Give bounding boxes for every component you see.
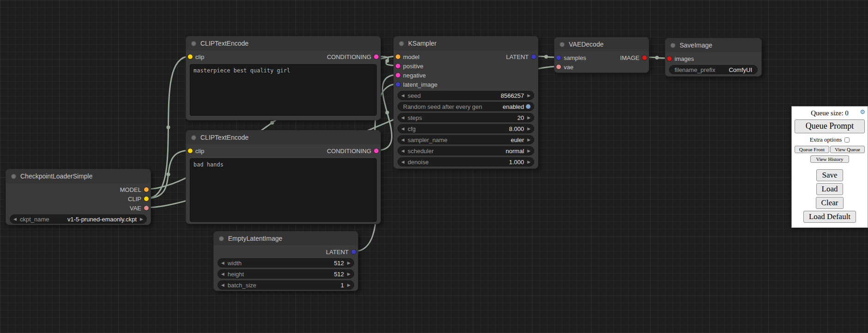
- increment-arrow-icon[interactable]: ▶: [527, 127, 530, 131]
- increment-arrow-icon[interactable]: ▶: [347, 272, 350, 276]
- node-header[interactable]: SaveImage: [665, 38, 761, 52]
- node-vae-decode[interactable]: VAEDecode samples IMAGE vae: [554, 37, 649, 73]
- clip-input-port[interactable]: [188, 54, 193, 59]
- node-clip-text-encode-positive[interactable]: CLIPTextEncode clip CONDITIONING masterp…: [186, 36, 381, 120]
- increment-arrow-icon[interactable]: ▶: [527, 149, 530, 153]
- images-input-port[interactable]: [667, 56, 672, 61]
- seed-number-widget[interactable]: ◀ seed 8566257 ▶: [398, 91, 534, 100]
- collapse-dot-icon[interactable]: [191, 41, 196, 46]
- node-checkpoint-loader-simple[interactable]: CheckpointLoaderSimple MODEL CLIP VAE ◀ …: [6, 169, 151, 225]
- node-header[interactable]: KSampler: [394, 36, 538, 50]
- increment-arrow-icon[interactable]: ▶: [527, 160, 530, 164]
- node-ksampler[interactable]: KSampler model LATENT positive negative …: [393, 36, 538, 169]
- clip-input-port[interactable]: [188, 149, 193, 153]
- port-row: positive: [394, 61, 538, 71]
- node-header[interactable]: CheckpointLoaderSimple: [6, 169, 151, 183]
- queue-front-button[interactable]: Queue Front: [795, 146, 829, 153]
- widget-label: sampler_name: [408, 137, 447, 143]
- queue-prompt-button[interactable]: Queue Prompt: [795, 119, 865, 133]
- port-label: CLIP: [128, 196, 141, 202]
- increment-arrow-icon[interactable]: ▶: [140, 217, 143, 221]
- load-default-button[interactable]: Load Default: [803, 211, 856, 223]
- vae-input-port[interactable]: [556, 65, 561, 69]
- width-number-widget[interactable]: ◀ width 512 ▶: [217, 258, 354, 268]
- increment-arrow-icon[interactable]: ▶: [347, 261, 350, 265]
- denoise-number-widget[interactable]: ◀ denoise 1.000 ▶: [398, 157, 534, 166]
- port-row: samples IMAGE: [555, 53, 649, 62]
- decrement-arrow-icon[interactable]: ◀: [401, 94, 404, 98]
- node-header[interactable]: EmptyLatentImage: [214, 232, 358, 245]
- latent-output-port[interactable]: [351, 250, 356, 254]
- port-label: CONDITIONING: [327, 148, 371, 155]
- vae-output-port[interactable]: [144, 206, 149, 210]
- positive-prompt-textarea[interactable]: masterpiece best quality girl: [190, 64, 377, 116]
- negative-input-port[interactable]: [396, 73, 400, 77]
- sampler-name-combo-widget[interactable]: ◀ sampler_name euler ▶: [398, 135, 534, 144]
- decrement-arrow-icon[interactable]: ◀: [401, 149, 404, 153]
- increment-arrow-icon[interactable]: ▶: [527, 138, 530, 142]
- decrement-arrow-icon[interactable]: ◀: [221, 261, 224, 265]
- cfg-number-widget[interactable]: ◀ cfg 8.000 ▶: [398, 124, 534, 133]
- conditioning-output-port[interactable]: [374, 54, 379, 59]
- settings-gear-icon[interactable]: ⚙: [860, 109, 865, 115]
- widget-value: 512: [334, 260, 344, 267]
- model-output-port[interactable]: [144, 187, 149, 192]
- node-save-image[interactable]: SaveImage images filename_prefix ComfyUI: [665, 38, 762, 77]
- load-button[interactable]: Load: [816, 183, 844, 195]
- port-row: model LATENT: [394, 52, 538, 61]
- negative-prompt-textarea[interactable]: bad hands: [190, 158, 377, 222]
- positive-input-port[interactable]: [396, 64, 400, 68]
- increment-arrow-icon[interactable]: ▶: [527, 94, 530, 98]
- latent-image-input-port[interactable]: [396, 82, 400, 87]
- view-history-button[interactable]: View History: [810, 155, 850, 163]
- collapse-dot-icon[interactable]: [11, 174, 16, 179]
- collapse-dot-icon[interactable]: [219, 236, 224, 241]
- conditioning-output-port[interactable]: [374, 149, 379, 153]
- image-output-port[interactable]: [642, 55, 647, 60]
- decrement-arrow-icon[interactable]: ◀: [401, 160, 404, 164]
- increment-arrow-icon[interactable]: ▶: [527, 116, 530, 120]
- random-seed-toggle-widget[interactable]: Random seed after every gen enabled: [398, 102, 534, 111]
- node-title: CLIPTextEncode: [200, 134, 248, 141]
- widget-value: normal: [506, 148, 524, 155]
- node-header[interactable]: VAEDecode: [555, 37, 649, 51]
- increment-arrow-icon[interactable]: ▶: [347, 283, 350, 287]
- collapse-dot-icon[interactable]: [560, 42, 565, 47]
- widget-label: filename_prefix: [675, 66, 715, 73]
- scheduler-combo-widget[interactable]: ◀ scheduler normal ▶: [398, 146, 534, 155]
- node-empty-latent-image[interactable]: EmptyLatentImage LATENT ◀ width 512 ▶ ◀ …: [213, 231, 358, 291]
- samples-input-port[interactable]: [556, 55, 561, 60]
- decrement-arrow-icon[interactable]: ◀: [221, 272, 224, 276]
- port-label: VAE: [130, 205, 141, 212]
- clear-button[interactable]: Clear: [816, 197, 844, 209]
- port-row: latent_image: [394, 80, 538, 89]
- filename-prefix-text-widget[interactable]: filename_prefix ComfyUI: [669, 65, 758, 74]
- decrement-arrow-icon[interactable]: ◀: [401, 138, 404, 142]
- decrement-arrow-icon[interactable]: ◀: [221, 283, 224, 287]
- decrement-arrow-icon[interactable]: ◀: [401, 116, 404, 120]
- widget-value: 1: [341, 282, 344, 289]
- clip-output-port[interactable]: [144, 196, 149, 201]
- output-row: VAE: [6, 203, 151, 213]
- view-queue-button[interactable]: View Queue: [830, 146, 865, 153]
- node-graph-canvas[interactable]: CheckpointLoaderSimple MODEL CLIP VAE ◀ …: [0, 0, 868, 333]
- decrement-arrow-icon[interactable]: ◀: [13, 217, 17, 221]
- toggle-dot-icon[interactable]: [526, 104, 530, 109]
- ckpt-name-combo-widget[interactable]: ◀ ckpt_name v1-5-pruned-emaonly.ckpt ▶: [10, 214, 147, 224]
- height-number-widget[interactable]: ◀ height 512 ▶: [217, 269, 354, 279]
- node-clip-text-encode-negative[interactable]: CLIPTextEncode clip CONDITIONING bad han…: [186, 130, 381, 224]
- node-header[interactable]: CLIPTextEncode: [186, 131, 380, 144]
- node-header[interactable]: CLIPTextEncode: [186, 36, 380, 50]
- extra-options-label: Extra options: [810, 136, 842, 143]
- latent-output-port[interactable]: [531, 54, 536, 59]
- steps-number-widget[interactable]: ◀ steps 20 ▶: [398, 113, 534, 122]
- widget-value: 8566257: [500, 92, 524, 99]
- save-button[interactable]: Save: [816, 169, 843, 181]
- decrement-arrow-icon[interactable]: ◀: [401, 127, 404, 131]
- collapse-dot-icon[interactable]: [191, 135, 196, 140]
- collapse-dot-icon[interactable]: [399, 41, 404, 46]
- collapse-dot-icon[interactable]: [670, 43, 675, 48]
- batch-size-number-widget[interactable]: ◀ batch_size 1 ▶: [217, 280, 354, 290]
- model-input-port[interactable]: [396, 54, 400, 59]
- extra-options-checkbox[interactable]: [844, 137, 850, 143]
